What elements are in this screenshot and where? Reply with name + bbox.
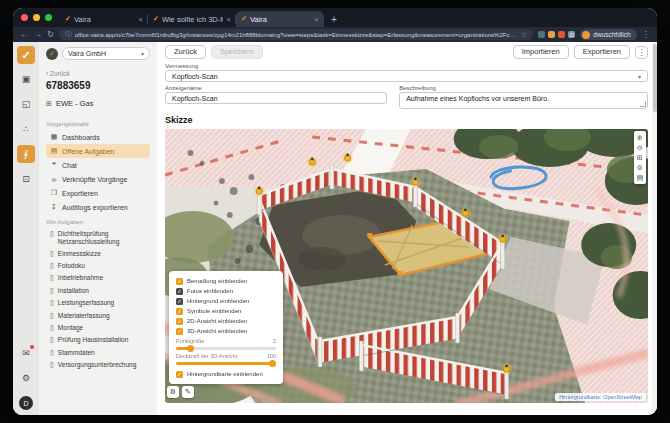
back-button[interactable]: Zurück xyxy=(165,45,206,59)
tab-close-icon[interactable]: × xyxy=(314,15,319,24)
sidebar-nav-item[interactable]: ▦ Dashboards xyxy=(46,130,150,144)
layer-panel: Bemaßung einblenden Fotos einblenden Hin… xyxy=(169,271,283,384)
name-label: Anzeigename xyxy=(165,85,387,91)
import-button[interactable]: Importieren xyxy=(513,45,569,59)
pointcloud-viewer[interactable]: ⊕ ⊖ ⊞ ⊚ ▤ Bemaßung einblenden Fotos einb… xyxy=(165,129,648,403)
sidebar-task-item[interactable]: ▯ Dichtheitsprüfung Netzanschlussleitung xyxy=(46,228,150,248)
layers-icon[interactable]: ▤ xyxy=(637,173,644,182)
forward-navigation-icon[interactable]: → xyxy=(34,30,43,39)
sidebar-task-item[interactable]: ▯ Versorgungsunterbrechung xyxy=(46,359,150,371)
layer-checkbox-row[interactable]: Fotos einblenden xyxy=(176,286,276,296)
extension-icon[interactable] xyxy=(548,31,555,38)
layer-checkbox-row[interactable]: Bemaßung einblenden xyxy=(176,276,276,286)
document-icon: ▯ xyxy=(50,299,54,307)
sidebar-task-item[interactable]: ▯ Fotodoku xyxy=(46,260,150,272)
extension-icon[interactable] xyxy=(538,31,545,38)
org-avatar: ✓ xyxy=(46,48,58,60)
browser-tab[interactable]: ✓ Vaira × xyxy=(60,11,148,27)
address-bar[interactable]: ⓘ office.vaira.app/o/c7be7mnm6f1rdro8tg3… xyxy=(59,29,533,40)
opacity-slider[interactable] xyxy=(176,362,276,365)
org-switcher[interactable]: Vaira GmbH ▾ xyxy=(62,47,150,60)
layer-checkbox-row[interactable]: Symbole einblenden xyxy=(176,306,276,316)
measure-icon[interactable]: ◱ xyxy=(17,95,35,113)
checkbox-label: Bemaßung einblenden xyxy=(187,278,247,284)
sidebar-nav-item[interactable]: ❐ Exportieren xyxy=(46,186,150,200)
project-row[interactable]: ⊞ EWE - Gas xyxy=(46,99,150,108)
checkbox[interactable] xyxy=(176,318,183,325)
name-field[interactable]: Kopfloch-Scan xyxy=(165,92,387,104)
sidebar-task-item[interactable]: ▯ Stammdaten xyxy=(46,347,150,359)
page-scrollbar[interactable] xyxy=(652,42,657,415)
slider-thumb[interactable] xyxy=(269,360,276,367)
back-link[interactable]: ‹ Zurück xyxy=(46,70,150,77)
measurement-select[interactable]: Kopfloch-Scan ▾ xyxy=(165,70,648,82)
back-navigation-icon[interactable]: ← xyxy=(20,30,29,39)
workflow-icon[interactable]: ∴ xyxy=(17,120,35,138)
layer-checkbox-row[interactable]: 3D-Ansicht einblenden xyxy=(176,326,276,336)
browser-menu-icon[interactable]: ⋮ xyxy=(642,30,651,39)
background-map-checkbox-row[interactable]: Hintergrundkarte einblenden xyxy=(176,369,276,379)
sidebar-nav-item[interactable]: ▤ Offene Aufgaben xyxy=(46,144,150,158)
browser-tab[interactable]: ✓ Vaira × xyxy=(236,11,324,27)
window-minimize-button[interactable] xyxy=(33,14,40,21)
checkbox[interactable] xyxy=(176,308,183,315)
camera-icon[interactable]: ▣ xyxy=(17,70,35,88)
site-info-icon[interactable]: ⓘ xyxy=(65,30,72,39)
zoom-in-icon[interactable]: ⊕ xyxy=(637,133,643,142)
tab-close-icon[interactable]: × xyxy=(138,15,143,24)
layer-checkbox-row[interactable]: 2D-Ansicht einblenden xyxy=(176,316,276,326)
export-button[interactable]: Exportieren xyxy=(574,45,630,59)
sidebar-task-item[interactable]: ▯ Einmessskizze xyxy=(46,248,150,260)
tab-close-icon[interactable]: × xyxy=(226,15,231,24)
checkbox[interactable] xyxy=(176,278,183,285)
browser-profile-chip[interactable]: dwuschfdlich xyxy=(580,29,636,40)
attachments-icon[interactable]: ∮ xyxy=(17,145,35,163)
sidebar-task-item[interactable]: ▯ Leistungserfassung xyxy=(46,297,150,309)
sidebar-task-item[interactable]: ▯ Prüfung Hausinstallation xyxy=(46,334,150,346)
new-tab-button[interactable]: + xyxy=(331,14,337,25)
bookmark-star-icon[interactable]: ☆ xyxy=(521,31,527,39)
checkbox[interactable] xyxy=(176,298,183,305)
checkbox[interactable] xyxy=(176,328,183,335)
globe-icon[interactable]: ⊚ xyxy=(637,163,643,172)
zoom-out-icon[interactable]: ⊖ xyxy=(637,143,643,152)
window-maximize-button[interactable] xyxy=(45,14,52,21)
nav-item-icon: ❝ xyxy=(50,161,58,169)
nav-item-icon: ▦ xyxy=(50,133,58,141)
nav-item-label: Exportieren xyxy=(62,190,98,197)
inbox-icon[interactable]: ✉ xyxy=(17,344,35,362)
map-attribution[interactable]: Hintergrundkarte: OpenStreetMap xyxy=(555,393,646,401)
checkbox[interactable] xyxy=(176,371,183,378)
sidebar-task-item[interactable]: ▯ Installation xyxy=(46,285,150,297)
user-avatar[interactable]: D xyxy=(19,396,33,410)
sidebar-task-item[interactable]: ▯ Inbetriebnahme xyxy=(46,272,150,284)
sidebar-task-item[interactable]: ▯ Montage xyxy=(46,322,150,334)
layer-checkbox-row[interactable]: Hintergrund einblenden xyxy=(176,296,276,306)
tab-list: ✓ Vaira × ✓ Wie sollte ich 3D-Modelle mi… xyxy=(60,11,324,27)
window-close-button[interactable] xyxy=(21,14,28,21)
draw-pencil-icon[interactable]: ✎ xyxy=(182,386,194,398)
sidebar-nav-item[interactable]: ∞ Verknüpfte Vorgänge xyxy=(46,172,150,186)
fit-view-icon[interactable]: ⊞ xyxy=(637,153,643,162)
sidebar-nav-item[interactable]: ↧ Auditlogs exportieren xyxy=(46,200,150,214)
extension-icon[interactable] xyxy=(558,31,565,38)
settings-gear-icon[interactable]: ⚙ xyxy=(17,369,35,387)
more-options-icon[interactable]: ⋮ xyxy=(635,46,648,59)
browser-tab[interactable]: ✓ Wie sollte ich 3D-Modelle mi × xyxy=(148,11,236,27)
sidebar-task-item[interactable]: ▯ Materialerfassung xyxy=(46,310,150,322)
scrollbar-thumb[interactable] xyxy=(653,44,657,112)
extension-icon[interactable]: D xyxy=(568,31,575,38)
checkbox[interactable] xyxy=(176,288,183,295)
viewer-settings-gear-icon[interactable]: ⚙ xyxy=(167,386,179,398)
vaira-favicon-icon: ✓ xyxy=(241,15,247,23)
reload-icon[interactable]: ↻ xyxy=(47,30,54,39)
sidebar-nav-item[interactable]: ❝ Chat xyxy=(46,158,150,172)
tab-title: Vaira xyxy=(74,15,135,24)
contacts-icon[interactable]: ⊡ xyxy=(17,170,35,188)
description-field[interactable]: Aufnahme eines Kopflochs vor unserem Bür… xyxy=(399,92,648,109)
chevron-down-icon: ▾ xyxy=(141,50,144,57)
opacity-value: 100 xyxy=(267,353,276,359)
point-size-slider[interactable] xyxy=(176,347,276,350)
save-button[interactable]: Speichern xyxy=(211,45,263,59)
slider-thumb[interactable] xyxy=(187,345,194,352)
